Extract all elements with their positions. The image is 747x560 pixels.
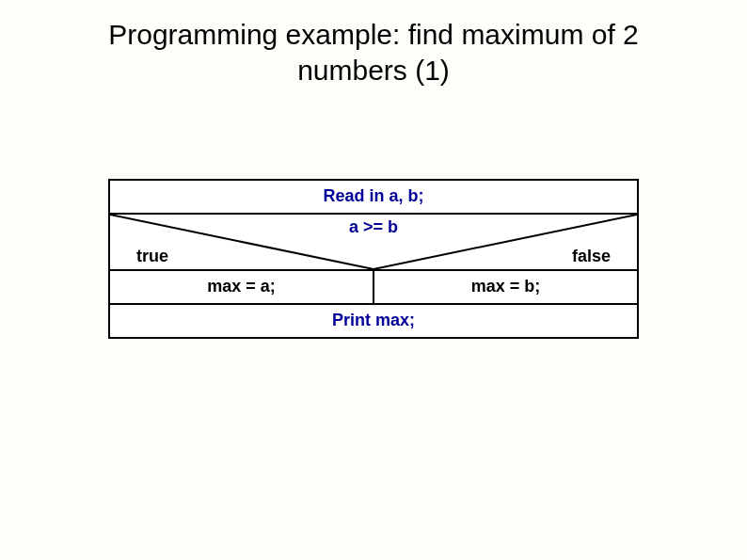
slide: Programming example: find maximum of 2 n…: [0, 0, 747, 560]
branches: max = a; max = b;: [108, 269, 639, 305]
read-step-label: Read in a, b;: [110, 181, 637, 213]
title-line-2: numbers (1): [297, 55, 450, 86]
false-branch: max = b;: [373, 269, 639, 305]
true-branch-label: max = a;: [110, 271, 373, 303]
condition-label: a >= b: [110, 217, 637, 237]
true-label: true: [136, 247, 168, 266]
false-branch-label: max = b;: [374, 271, 637, 303]
print-step: Print max;: [108, 303, 639, 339]
false-label: false: [572, 247, 611, 266]
slide-title: Programming example: find maximum of 2 n…: [0, 17, 747, 88]
nsd-diagram: Read in a, b; a >= b true false max = a;…: [108, 179, 639, 339]
true-branch: max = a;: [108, 269, 374, 305]
title-line-1: Programming example: find maximum of 2: [108, 19, 639, 50]
print-step-label: Print max;: [110, 305, 637, 337]
read-step: Read in a, b;: [108, 179, 639, 215]
condition-step: a >= b true false: [108, 213, 639, 271]
